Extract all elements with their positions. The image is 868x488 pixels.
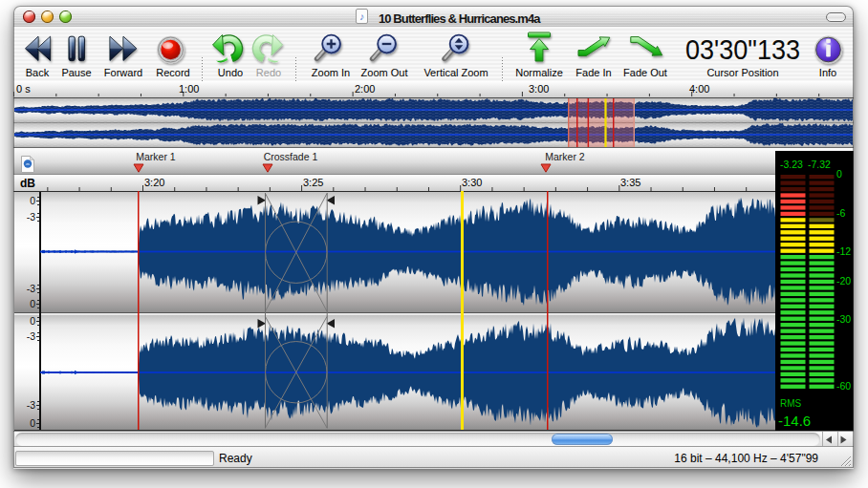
svg-text:-14.6: -14.6 [778, 413, 811, 429]
svg-text:-6: -6 [836, 207, 845, 219]
svg-text:-20: -20 [836, 275, 851, 286]
svg-text:0: 0 [836, 168, 842, 180]
svg-text:-30: -30 [836, 313, 851, 325]
svg-text:-12: -12 [836, 245, 851, 257]
svg-text:-3.23: -3.23 [780, 159, 803, 170]
svg-text:-7.32: -7.32 [808, 159, 831, 170]
svg-text:-60: -60 [836, 380, 851, 392]
svg-text:RMS: RMS [780, 398, 802, 409]
